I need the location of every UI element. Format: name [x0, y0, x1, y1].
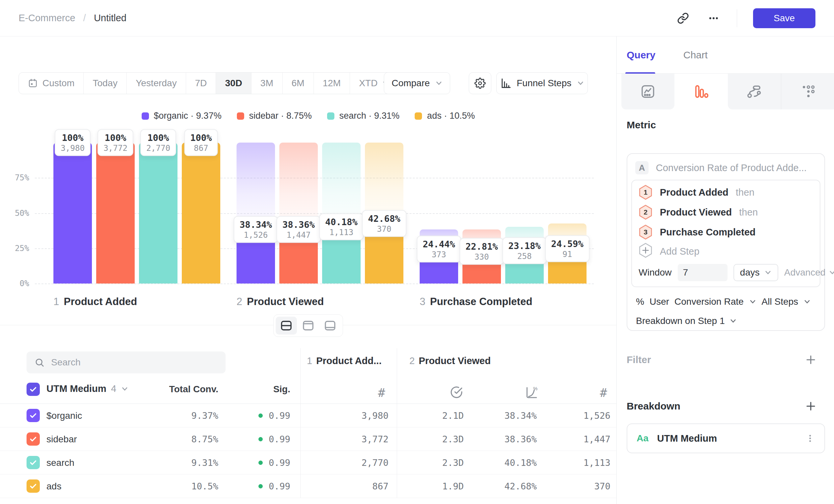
group-step-label: Product Add... — [316, 356, 381, 366]
row-step2-count: 1,113 — [542, 451, 610, 475]
analytics-report-page: E-Commerce / Untitled Save CustomTodayYe… — [0, 0, 834, 504]
breakdown-item-card[interactable]: Aa UTM Medium — [627, 423, 825, 453]
tab-query[interactable]: Query — [627, 49, 656, 61]
advanced-toggle[interactable]: Advanced — [784, 267, 834, 278]
tab-trend-chart[interactable] — [621, 74, 675, 109]
chevron-down-icon — [749, 298, 756, 305]
window-unit-select[interactable]: days — [733, 264, 778, 281]
step-1-badge: 1 — [639, 185, 653, 200]
breakdown-on-step-select[interactable]: Breakdown on Step 1 — [627, 314, 825, 328]
check-icon — [29, 435, 38, 443]
table-rows: $organic9.37%0.993,9802.1D38.34%1,526sid… — [0, 404, 616, 498]
search-input[interactable] — [51, 357, 218, 368]
check-icon — [29, 385, 38, 394]
tab-flows[interactable] — [728, 74, 781, 109]
add-filter-button[interactable] — [805, 354, 816, 365]
y-axis-tick: 0% — [3, 279, 29, 288]
row-step2-count: 370 — [542, 475, 610, 498]
table-row[interactable]: sidebar8.75%0.993,7722.3D38.36%1,447 — [0, 428, 616, 451]
table-row[interactable]: $organic9.37%0.993,9802.1D38.34%1,526 — [0, 404, 616, 428]
avg-time-column-icon[interactable] — [446, 386, 466, 400]
breadcrumb: E-Commerce / Untitled — [19, 13, 126, 24]
conversion-rate-column-icon[interactable]: % — [522, 386, 542, 400]
table-row[interactable]: ads10.5%0.998671.9D42.68%370 — [0, 475, 616, 498]
breakdown-column-header[interactable]: UTM Medium 4 — [46, 383, 128, 394]
sig-column-header[interactable]: Sig. — [217, 384, 290, 395]
funnel-step-1[interactable]: 1 Product Added then — [632, 182, 820, 202]
breakdown-section: Breakdown — [627, 398, 825, 414]
tab-funnel[interactable] — [675, 74, 727, 109]
breadcrumb-report-title[interactable]: Untitled — [94, 13, 126, 24]
funnel-steps-card: 1 Product Added then 2 Product Viewed th… — [631, 180, 820, 287]
tab-retention[interactable] — [781, 74, 834, 109]
add-breakdown-button[interactable] — [805, 400, 816, 412]
gridline — [35, 283, 594, 284]
funnel-step-2[interactable]: 2 Product Viewed then — [632, 202, 820, 222]
window-label: Window — [639, 267, 672, 278]
funnel-bar[interactable] — [139, 143, 177, 283]
save-button[interactable]: Save — [753, 8, 815, 28]
funnel-bar[interactable] — [53, 143, 92, 283]
row-checkbox[interactable] — [26, 432, 40, 445]
row-step2-count: 1,447 — [542, 428, 610, 451]
count-column-icon[interactable]: # — [372, 386, 392, 399]
share-link-icon[interactable] — [676, 11, 690, 25]
measure-metric-select[interactable]: Conversion Rate — [675, 296, 744, 307]
table-column-divider — [397, 348, 397, 498]
row-total-conv: 8.75% — [129, 428, 218, 451]
metric-card: A Conversion Rate of Product Adde... 1 P… — [627, 153, 825, 331]
row-checkbox[interactable] — [26, 456, 40, 469]
tab-chart[interactable]: Chart — [683, 49, 708, 61]
row-sig: 0.99 — [217, 404, 290, 428]
measure-scope-select[interactable]: All Steps — [762, 296, 798, 307]
breadcrumb-project[interactable]: E-Commerce — [19, 13, 75, 24]
more-options-icon[interactable] — [706, 11, 721, 25]
string-property-icon: Aa — [637, 433, 649, 444]
table-header: UTM Medium 4 Total Conv. Sig. # % # — [0, 380, 616, 401]
measure-entity[interactable]: User — [650, 296, 669, 307]
flows-icon — [747, 84, 762, 99]
funnel-step-3[interactable]: 3 Purchase Completed — [632, 222, 820, 242]
window-value-input[interactable] — [678, 264, 727, 281]
breakdown-item-menu-icon[interactable] — [805, 433, 815, 443]
advanced-label: Advanced — [784, 267, 826, 278]
select-all-checkbox[interactable] — [26, 383, 40, 396]
funnel-bar[interactable] — [182, 143, 220, 283]
sig-dot-icon — [259, 413, 263, 418]
row-step1-count: 2,770 — [315, 451, 389, 475]
row-checkbox[interactable] — [26, 409, 40, 422]
x-axis-step-label: 2Product Viewed — [237, 295, 324, 308]
table-view-button[interactable] — [320, 317, 341, 335]
sig-dot-icon — [259, 461, 263, 465]
count-column-icon[interactable]: # — [593, 386, 613, 399]
split-view-button[interactable] — [276, 317, 297, 335]
line-chart-icon — [640, 84, 656, 99]
add-step-label: Add Step — [660, 246, 699, 257]
bar-value-label: 100%3,772 — [97, 129, 133, 156]
metric-card-header[interactable]: A Conversion Rate of Product Adde... — [627, 154, 825, 180]
total-conv-column-header[interactable]: Total Conv. — [129, 384, 218, 395]
plus-icon — [805, 400, 816, 412]
row-checkbox[interactable] — [26, 479, 40, 493]
svg-text:1: 1 — [643, 188, 648, 196]
bar-value-label: 24.44%373 — [417, 236, 461, 262]
row-name: ads — [46, 475, 61, 498]
breakdown-column-label: UTM Medium — [46, 383, 106, 394]
row-step2-conv: 40.18% — [468, 451, 537, 475]
bar-value-label: 100%2,770 — [140, 129, 176, 156]
bar-value-label: 24.59%91 — [545, 235, 590, 262]
table-search[interactable] — [26, 351, 225, 373]
chart-view-button[interactable] — [298, 317, 319, 335]
step-suffix: then — [736, 187, 754, 198]
percent-icon: % — [636, 296, 644, 307]
check-icon — [29, 458, 38, 467]
bar-value-label: 100%3,980 — [55, 129, 91, 156]
row-step1-count: 3,980 — [315, 404, 389, 428]
metric-type-tabs — [621, 74, 834, 109]
add-step-button[interactable]: Add Step — [632, 242, 820, 260]
funnel-bar[interactable] — [96, 143, 135, 283]
table-row[interactable]: search9.31%0.992,7702.3D40.18%1,113 — [0, 451, 616, 475]
row-name: $organic — [46, 404, 82, 428]
filter-heading: Filter — [627, 354, 651, 365]
chevron-down-icon — [829, 269, 834, 276]
